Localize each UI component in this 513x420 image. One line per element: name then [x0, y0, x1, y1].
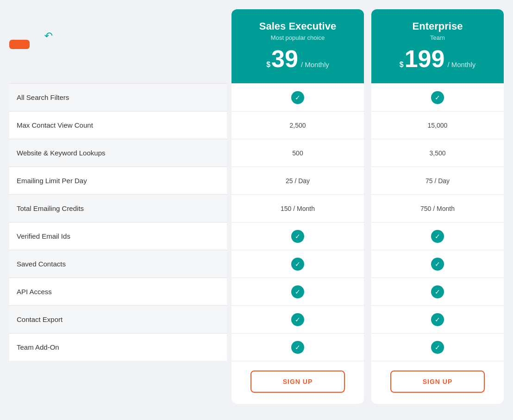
feature-rows: All Search FiltersMax Contact View Count…: [9, 83, 227, 361]
feature-row: Saved Contacts: [9, 250, 227, 278]
plan-cell: 2,500: [231, 111, 364, 139]
features-column: ↷ All Search FiltersMax Contact View Cou…: [9, 9, 227, 404]
plan-header-sales-executive: Sales Executive Most popular choice $ 39…: [231, 9, 364, 83]
feature-row: Verified Email Ids: [9, 222, 227, 250]
feature-row: Contact Export: [9, 305, 227, 333]
check-icon: ✓: [291, 258, 304, 271]
check-icon: ✓: [431, 341, 444, 354]
plan-cell: 500: [231, 139, 364, 167]
arrow-icon: ↷: [44, 31, 53, 41]
plan-cell: 3,500: [371, 139, 504, 167]
check-icon: ✓: [431, 258, 444, 271]
feature-label: Saved Contacts: [17, 260, 66, 268]
plan-cell: ✓: [371, 222, 504, 250]
feature-row: API Access: [9, 278, 227, 305]
plan-body-sales-executive: ✓2,50050025 / Day150 / Month✓✓✓✓✓: [231, 83, 364, 361]
check-icon: ✓: [431, 285, 444, 298]
plans-area: Sales Executive Most popular choice $ 39…: [231, 9, 504, 404]
check-icon: ✓: [291, 91, 304, 104]
check-icon: ✓: [291, 285, 304, 298]
plan-name: Sales Executive: [259, 20, 336, 32]
plan-cell: ✓: [371, 250, 504, 278]
signup-button-sales-executive[interactable]: SIGN UP: [250, 371, 344, 393]
plan-card-sales-executive: Sales Executive Most popular choice $ 39…: [231, 9, 364, 404]
feature-label: Emailing Limit Per Day: [17, 177, 87, 185]
plan-cell: ✓: [371, 333, 504, 361]
plan-cell: 150 / Month: [231, 194, 364, 222]
feature-label: All Search Filters: [17, 93, 69, 101]
plan-subtitle: Most popular choice: [271, 34, 325, 41]
plan-cell: ✓: [371, 278, 504, 305]
plan-cell: ✓: [371, 83, 504, 111]
price-period: / Monthly: [447, 61, 475, 68]
plan-cell: ✓: [231, 83, 364, 111]
check-icon: ✓: [291, 341, 304, 354]
feature-row: Total Emailing Credits: [9, 194, 227, 222]
check-icon: ✓: [431, 230, 444, 243]
plan-cell: ✓: [371, 305, 504, 333]
pricing-page: ↷ All Search FiltersMax Contact View Cou…: [9, 9, 504, 404]
feature-label: Max Contact View Count: [17, 121, 93, 129]
plan-cell: 15,000: [371, 111, 504, 139]
signup-button-enterprise[interactable]: SIGN UP: [390, 371, 484, 393]
plan-header-enterprise: Enterprise Team $ 199 / Monthly: [371, 9, 504, 83]
plan-body-enterprise: ✓15,0003,50075 / Day750 / Month✓✓✓✓✓: [371, 83, 504, 361]
feature-row: Website & Keyword Lookups: [9, 139, 227, 167]
feature-row: Emailing Limit Per Day: [9, 167, 227, 194]
feature-row: All Search Filters: [9, 83, 227, 111]
plan-cell: 750 / Month: [371, 194, 504, 222]
feature-label: Contact Export: [17, 315, 63, 323]
plan-footer-enterprise: SIGN UP: [371, 361, 504, 404]
check-icon: ✓: [431, 91, 444, 104]
price-amount: 39: [271, 47, 298, 71]
check-icon: ✓: [431, 313, 444, 326]
plan-cell: 75 / Day: [371, 167, 504, 194]
feature-row: Team Add-On: [9, 333, 227, 361]
plan-cell: ✓: [231, 333, 364, 361]
feature-label: Total Emailing Credits: [17, 204, 84, 212]
feature-label: Team Add-On: [17, 343, 59, 351]
plan-name: Enterprise: [413, 20, 463, 32]
plan-footer-sales-executive: SIGN UP: [231, 361, 364, 404]
plan-subtitle: Team: [430, 34, 445, 41]
plan-cell: ✓: [231, 305, 364, 333]
price-dollar: $: [266, 61, 270, 69]
monthly-button[interactable]: [9, 40, 30, 49]
plan-price: $ 199 / Monthly: [400, 47, 476, 71]
billing-toggle: ↷: [9, 9, 227, 83]
plan-cell: ✓: [231, 250, 364, 278]
feature-label: Verified Email Ids: [17, 232, 70, 240]
plan-cell: 25 / Day: [231, 167, 364, 194]
plan-price: $ 39 / Monthly: [266, 47, 329, 71]
plan-card-enterprise: Enterprise Team $ 199 / Monthly ✓15,0003…: [371, 9, 504, 404]
price-period: / Monthly: [301, 61, 329, 68]
price-amount: 199: [405, 47, 445, 71]
plan-cell: ✓: [231, 278, 364, 305]
check-icon: ✓: [291, 230, 304, 243]
feature-label: Website & Keyword Lookups: [17, 149, 106, 157]
price-dollar: $: [400, 61, 404, 69]
plan-cell: ✓: [231, 222, 364, 250]
feature-row: Max Contact View Count: [9, 111, 227, 139]
check-icon: ✓: [291, 313, 304, 326]
feature-label: API Access: [17, 288, 52, 296]
promo-note: ↷: [44, 31, 53, 58]
